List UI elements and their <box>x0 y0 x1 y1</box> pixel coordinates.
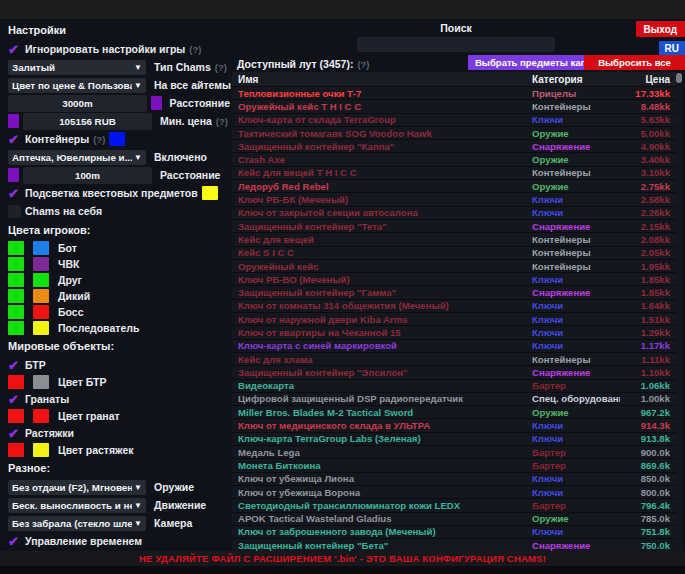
checkbox-quest-highlight[interactable]: ✔ Подсветка квестовых предметов <box>8 185 230 201</box>
table-row[interactable]: Оружейный кейс T H I C C Контейнеры 8.48… <box>232 100 676 113</box>
dropdown-value: Залитый <box>12 62 132 73</box>
grenade-color-1-swatch[interactable] <box>8 409 24 423</box>
containers-distance-row: Расстояние <box>8 167 230 183</box>
dropdown-value: Аптечка, Ювелирные и... <box>12 152 132 163</box>
column-header-name[interactable]: Имя <box>238 74 532 85</box>
movement-dropdown[interactable]: Беск. выносливость и нет уста ▼ <box>8 498 146 513</box>
table-row[interactable]: Оружейный кейс Контейнеры 1.95kk <box>232 260 676 273</box>
table-row[interactable]: Ключ-карта от склада TerraGroup Ключи 5.… <box>232 114 676 127</box>
table-row[interactable]: Ключ-карта с синей маркировкой Ключи 1.1… <box>232 340 676 353</box>
table-row[interactable]: Ключ РБ-ВО (Меченый) Ключи 1.85kk <box>232 273 676 286</box>
table-row[interactable]: APOK Tactical Wasteland Gladius Оружие 7… <box>232 513 676 526</box>
table-row[interactable]: Тактический томагавк SOG Voodoo Hawk Ору… <box>232 127 676 140</box>
checkbox-time-control[interactable]: ✔ Управление временем <box>8 533 230 549</box>
table-row[interactable]: Ключ-карта TerraGroup Labs (Зеленая) Клю… <box>232 433 676 446</box>
table-row[interactable]: Светодиодный трансиллюминатор кожи LEDX … <box>232 499 676 512</box>
btr-color-1-swatch[interactable] <box>8 375 24 389</box>
invisible-color-swatch[interactable] <box>33 257 49 271</box>
item-price: 900.0k <box>620 447 672 458</box>
visible-color-swatch[interactable] <box>8 273 24 287</box>
tripwire-color-2-swatch[interactable] <box>33 443 49 457</box>
table-row[interactable]: Ключ от квартиры на Чеканной 15 Ключи 1.… <box>232 326 676 339</box>
checkbox-tripwires[interactable]: ✔ Растяжки <box>8 425 230 441</box>
distance-input[interactable] <box>8 95 147 112</box>
visible-color-swatch[interactable] <box>8 257 24 271</box>
table-row[interactable]: Ключ от медицинского склада в УЛЬТРА Клю… <box>232 419 676 432</box>
invisible-color-swatch[interactable] <box>33 273 49 287</box>
containers-distance-input[interactable] <box>23 167 152 184</box>
visible-color-swatch[interactable] <box>8 321 24 335</box>
btr-color-2-swatch[interactable] <box>33 375 49 389</box>
table-row[interactable]: Ключ от убежища Лиона Ключи 850.0k <box>232 473 676 486</box>
table-row[interactable]: Miller Bros. Blades M-2 Tactical Sword О… <box>232 406 676 419</box>
table-row[interactable]: Ключ от закрытой секции автосалона Ключи… <box>232 207 676 220</box>
table-row[interactable]: Ключ от заброшенного завода (Меченый) Кл… <box>232 526 676 539</box>
item-price: 2.05kk <box>620 247 672 258</box>
table-row[interactable]: Ключ от комнаты 314 общежития (Меченый) … <box>232 300 676 313</box>
table-row[interactable]: Защищенный контейнер "Тета" Снаряжение 2… <box>232 220 676 233</box>
table-row[interactable]: Защищенный контейнер "Каппа" Снаряжение … <box>232 140 676 153</box>
exit-button[interactable]: Выход <box>636 21 685 37</box>
checkbox-label: Игнорировать настройки игры <box>25 43 185 55</box>
min-price-color-swatch[interactable] <box>8 114 19 128</box>
item-price: 869.6k <box>620 460 672 471</box>
invisible-color-swatch[interactable] <box>33 289 49 303</box>
table-row[interactable]: Защищенный контейнер "Эпсилон" Снаряжени… <box>232 366 676 379</box>
visible-color-swatch[interactable] <box>8 305 24 319</box>
table-row[interactable]: Ледоруб Red Rebel Оружие 2.75kk <box>232 180 676 193</box>
weapon-dropdown[interactable]: Без отдачи (F2), Мгновенное п ▼ <box>8 480 146 495</box>
table-row[interactable]: Crash Axe Оружие 3.40kk <box>232 153 676 166</box>
chams-type-dropdown[interactable]: Залитый ▼ <box>8 60 146 75</box>
drop-all-button[interactable]: Выбросить все <box>584 55 685 70</box>
column-header-category[interactable]: Категория <box>532 74 620 85</box>
checkbox-ignore-game-settings[interactable]: ✔ Игнорировать настройки игры (?) <box>8 41 230 57</box>
table-row[interactable]: Ключ от убежища Ворона Ключи 800.0k <box>232 486 676 499</box>
quest-color-swatch[interactable] <box>202 186 218 200</box>
table-row[interactable]: Цифровой защищенный DSP радиопередатчик … <box>232 393 676 406</box>
camera-dropdown[interactable]: Без забрала (стекло шлема) ▼ <box>8 516 146 531</box>
table-row[interactable]: Защищенный контейнер "Гамма" Снаряжение … <box>232 286 676 299</box>
table-row[interactable]: Кейс для вещей Контейнеры 2.08kk <box>232 233 676 246</box>
grenade-color-2-swatch[interactable] <box>33 409 49 423</box>
invisible-color-swatch[interactable] <box>33 241 49 255</box>
table-row[interactable]: Кейс для хлама Контейнеры 1.11kk <box>232 353 676 366</box>
table-row[interactable]: Монета Биткоина Бартер 869.6k <box>232 459 676 472</box>
invisible-color-swatch[interactable] <box>33 321 49 335</box>
table-row[interactable]: Ключ от наружной двери Kiba Arms Ключи 1… <box>232 313 676 326</box>
all-items-dropdown[interactable]: Цвет по цене & Пользователь ▼ <box>8 78 146 93</box>
min-price-input[interactable] <box>23 113 152 130</box>
search-input[interactable] <box>357 37 555 52</box>
table-row[interactable]: Кейс S I C C Контейнеры 2.05kk <box>232 247 676 260</box>
invisible-color-swatch[interactable] <box>33 305 49 319</box>
item-name: Тепловизионные очки Т-7 <box>238 88 532 99</box>
checkbox-containers[interactable]: ✔ Контейнеры (?) <box>8 131 230 147</box>
containers-distance-swatch[interactable] <box>8 168 19 182</box>
hint-icon[interactable]: (?) <box>189 44 201 55</box>
checkbox-btr[interactable]: ✔ БТР <box>8 357 230 373</box>
table-row[interactable]: Ключ РБ-БК (Меченый) Ключи 2.58kk <box>232 193 676 206</box>
item-name: Ключ-карта от склада TerraGroup <box>238 114 532 125</box>
hint-icon[interactable]: (?) <box>93 134 105 145</box>
table-scrollbar[interactable] <box>676 72 682 551</box>
scrollbar-thumb[interactable] <box>676 73 682 83</box>
player-type-label: Дикий <box>58 290 90 302</box>
table-row[interactable]: Видеокарта Бартер 1.06kk <box>232 380 676 393</box>
column-header-price[interactable]: Цена <box>620 74 672 85</box>
item-category: Ключи <box>532 207 620 218</box>
hint-icon[interactable]: (?) <box>216 116 228 127</box>
visible-color-swatch[interactable] <box>8 241 24 255</box>
containers-type-dropdown[interactable]: Аптечка, Ювелирные и... ▼ <box>8 150 146 165</box>
visible-color-swatch[interactable] <box>8 289 24 303</box>
chams-type-row: Залитый ▼ Тип Chams (?) <box>8 59 230 75</box>
distance-color-swatch[interactable] <box>151 96 162 110</box>
language-button[interactable]: RU <box>659 41 685 56</box>
hint-icon[interactable]: (?) <box>215 62 227 73</box>
checkbox-grenades[interactable]: ✔ Гранаты <box>8 391 230 407</box>
tripwire-color-1-swatch[interactable] <box>8 443 24 457</box>
hint-icon[interactable]: (?) <box>357 59 369 70</box>
checkbox-chams-self[interactable]: Chams на себя <box>8 203 230 219</box>
table-row[interactable]: Тепловизионные очки Т-7 Прицелы 17.33kk <box>232 87 676 100</box>
table-row[interactable]: Кейс для вещей T H I C C Контейнеры 3.10… <box>232 167 676 180</box>
containers-color-swatch[interactable] <box>109 132 125 146</box>
table-row[interactable]: Медаль Lega Бартер 900.0k <box>232 446 676 459</box>
